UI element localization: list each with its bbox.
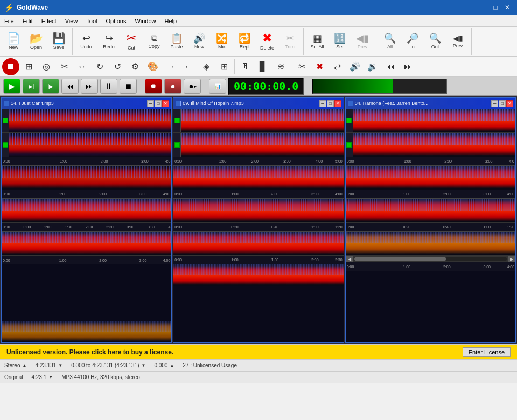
track-3-scroll-left[interactable]: ◀ [346, 256, 353, 262]
duration-dropdown[interactable]: ▼ [58, 363, 62, 368]
effect2-btn[interactable]: ↔ [73, 58, 90, 75]
cut-button[interactable]: ✂ Cut [120, 29, 143, 54]
play-end-button[interactable]: |▶ [42, 79, 59, 94]
track-1-close[interactable]: ✕ [162, 100, 169, 107]
zoom-in-button[interactable]: 🔎 In [401, 29, 424, 54]
record-button[interactable]: ⏺ [145, 79, 162, 94]
record-mode-button[interactable]: ⏺▶ [184, 79, 201, 94]
enter-license-button[interactable]: Enter License [463, 347, 511, 357]
menu-help[interactable]: Help [160, 15, 181, 26]
trim-button[interactable]: ✂ Trim [278, 29, 301, 54]
prev3-btn[interactable]: ⏮ [382, 58, 399, 75]
volume-btn[interactable]: 🔊 [346, 58, 364, 75]
sel-all-button[interactable]: ▦ Sel All [306, 29, 329, 54]
new2-button[interactable]: 🔊 New [188, 29, 211, 54]
mix-button[interactable]: 🔀 Mix [211, 29, 233, 54]
effect7-btn[interactable]: → [162, 58, 179, 75]
effect6-btn[interactable]: 🎨 [144, 58, 162, 75]
track-3-maximize[interactable]: □ [499, 100, 506, 107]
mix-icon: 🔀 [216, 33, 228, 43]
track-3-scroll-right[interactable]: ▶ [508, 256, 515, 262]
t2r21: 1:00 [215, 192, 255, 196]
menu-tool[interactable]: Tool [82, 15, 101, 26]
close-button[interactable]: ✕ [502, 3, 513, 12]
menu-window[interactable]: Window [130, 15, 160, 26]
track-3-minimize[interactable]: ─ [491, 100, 498, 107]
redo-button[interactable]: ↪ Redo [97, 29, 120, 54]
effect1-btn[interactable]: ✂ [55, 58, 73, 75]
track-2-extra3-top [173, 232, 343, 243]
play-button[interactable]: ▶ [3, 79, 20, 94]
menu-edit[interactable]: Edit [18, 15, 37, 26]
menu-file[interactable]: File [0, 15, 18, 26]
track-3-ch2-checkbox[interactable] [346, 142, 352, 148]
track-2-ch2-checkbox[interactable] [174, 142, 180, 148]
noise-btn[interactable]: ≋ [272, 58, 289, 75]
effect10-btn[interactable]: ⊞ [215, 58, 233, 75]
new-button[interactable]: 📄 New [2, 29, 25, 54]
all-button[interactable]: 🔍 All [379, 29, 401, 54]
track-2-ch1-checkbox[interactable] [174, 118, 180, 123]
position-dropdown[interactable]: ▲ [170, 363, 174, 368]
track-3-close[interactable]: ✕ [506, 100, 513, 107]
stop-btn[interactable]: ⏹ [2, 58, 19, 75]
effect4-btn[interactable]: ↺ [109, 58, 126, 75]
effect5-btn[interactable]: ⚙ [127, 58, 144, 75]
pause-button[interactable]: ⏸ [100, 79, 117, 94]
prev-button[interactable]: ◀▮ Prev [351, 29, 374, 54]
set-button[interactable]: 🔢 Set [329, 29, 351, 54]
fast-forward-button[interactable]: ⏭ [81, 79, 98, 94]
track-3-hscroll[interactable]: ◀ ▶ [346, 256, 515, 262]
stop-transport-button[interactable]: ⏹ [120, 79, 137, 94]
track-1-ch1-checkbox[interactable] [3, 118, 8, 123]
maximize-button[interactable]: □ [490, 3, 501, 12]
track-window-3: 04. Ramona (Feat. Jarren Bento... ─ □ ✕ [345, 97, 516, 343]
track-3-ch1-checkbox[interactable] [346, 118, 352, 123]
track-2-close[interactable]: ✕ [334, 100, 341, 107]
track-2-minimize[interactable]: ─ [319, 100, 326, 107]
equalizer-btn[interactable]: 🎚 [236, 58, 254, 75]
track-1-ch2-checkbox[interactable] [3, 142, 8, 148]
selection-dropdown[interactable]: ▼ [141, 363, 145, 368]
paste-button[interactable]: 📋 Paste [165, 29, 188, 54]
track-1-t36: 3:00 [127, 225, 148, 229]
track-3-scroll-thumb[interactable] [354, 257, 446, 261]
save-button[interactable]: 💾 Save [47, 29, 70, 54]
zoom-out-button[interactable]: 🔍 Out [424, 29, 446, 54]
undo-button[interactable]: ↩ Undo [75, 29, 97, 54]
track-2-extra2-top [173, 199, 343, 211]
menu-effect[interactable]: Effect [37, 15, 61, 26]
effect8-btn[interactable]: ← [180, 58, 197, 75]
next-btn[interactable]: ⏭ [400, 58, 417, 75]
display-mode-button[interactable]: 📊 [209, 79, 226, 94]
effect9-btn[interactable]: ◈ [198, 58, 215, 75]
new2-icon: 🔊 [193, 33, 205, 43]
rewind-button[interactable]: ⏮ [61, 79, 79, 94]
statusbar-message[interactable]: Unlicensed version. Please click here to… [6, 348, 173, 356]
vol-down-btn[interactable]: 🔉 [364, 58, 381, 75]
play-sel-button[interactable]: ▶| [23, 79, 40, 94]
menu-options[interactable]: Options [101, 15, 130, 26]
transport-sep2 [205, 79, 205, 94]
menu-view[interactable]: View [61, 15, 82, 26]
stereo-dropdown[interactable]: ▲ [22, 363, 26, 368]
cut-icon: ✂ [127, 32, 136, 44]
minimize-button[interactable]: ─ [478, 3, 489, 12]
track-1-minimize[interactable]: ─ [147, 100, 154, 107]
delete-button[interactable]: ✖ Delete [256, 29, 278, 54]
copy-button[interactable]: ⧉ Copy [143, 29, 165, 54]
effect3-btn[interactable]: ↻ [91, 58, 108, 75]
select-all-btn[interactable]: ⊞ [20, 58, 37, 75]
original-dropdown[interactable]: ▼ [48, 375, 53, 380]
mute-btn[interactable]: ✖ [311, 58, 328, 75]
spectrum-btn[interactable]: ▊ [254, 58, 271, 75]
track-1-maximize[interactable]: □ [155, 100, 162, 107]
scroll-btn[interactable]: ⇄ [329, 58, 346, 75]
prev2-button[interactable]: ◀▮ Prev [446, 29, 469, 54]
channel-btn[interactable]: ◎ [38, 58, 55, 75]
split-btn[interactable]: ✂ [293, 58, 310, 75]
record-sel-button[interactable]: ⏺ [164, 79, 181, 94]
repl-button[interactable]: 🔁 Repl [233, 29, 256, 54]
track-2-maximize[interactable]: □ [327, 100, 334, 107]
open-button[interactable]: 📂 Open [25, 29, 47, 54]
